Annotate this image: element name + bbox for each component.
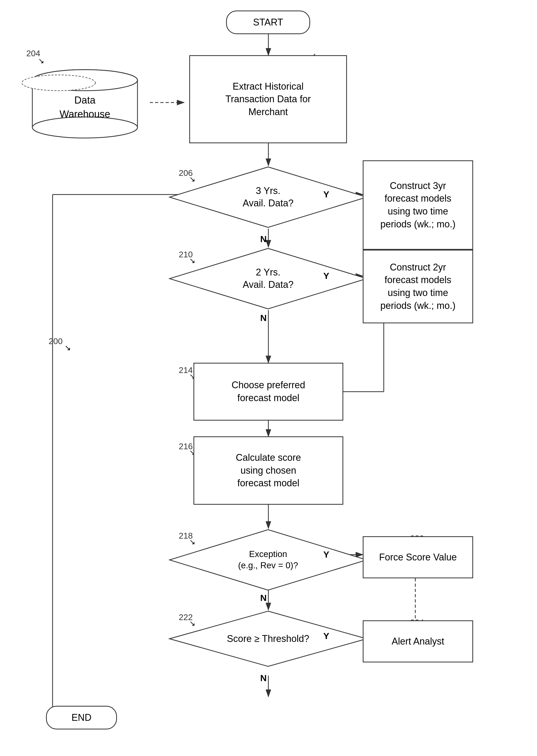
- ref-200: 200: [49, 336, 62, 346]
- step224-label: Alert Analyst: [392, 635, 444, 648]
- step222-diamond: Score ≥ Threshold?: [168, 610, 368, 668]
- end-label: END: [71, 711, 92, 724]
- flowchart-diagram: START 202 ↙ Extract Historical Transacti…: [0, 0, 537, 756]
- step210-label: 2 Yrs. Avail. Data?: [198, 266, 338, 291]
- step222-label: Score ≥ Threshold?: [198, 633, 338, 645]
- start-label: START: [253, 16, 283, 29]
- step224-box: Alert Analyst: [363, 620, 473, 662]
- step208-label: Construct 3yr forecast models using two …: [380, 180, 456, 231]
- step210-diamond: 2 Yrs. Avail. Data?: [168, 247, 368, 310]
- step212-box: Construct 2yr forecast models using two …: [363, 250, 473, 323]
- no-210: N: [260, 313, 267, 323]
- yes-222: Y: [323, 631, 329, 641]
- yes-206: Y: [323, 189, 329, 199]
- step206-label: 3 Yrs. Avail. Data?: [198, 185, 338, 209]
- step218-label: Exception (e.g., Rev = 0)?: [198, 549, 338, 571]
- step220-box: Force Score Value: [363, 536, 473, 578]
- arrow-204: ↘: [38, 57, 44, 65]
- step214-label: Choose preferred forecast model: [231, 379, 305, 404]
- start-node: START: [226, 11, 310, 34]
- step202-box: Extract Historical Transaction Data for …: [189, 55, 347, 143]
- step218-diamond: Exception (e.g., Rev = 0)?: [168, 528, 368, 591]
- arrow-200: ↘: [64, 343, 71, 352]
- no-222: N: [260, 673, 267, 683]
- end-node: END: [46, 706, 117, 730]
- step216-label: Calculate score using chosen forecast mo…: [236, 451, 301, 490]
- step216-box: Calculate score using chosen forecast mo…: [193, 436, 343, 505]
- step212-label: Construct 2yr forecast models using two …: [380, 261, 456, 312]
- no-218: N: [260, 593, 267, 603]
- step220-label: Force Score Value: [379, 551, 457, 564]
- step214-box: Choose preferred forecast model: [193, 363, 343, 421]
- svg-point-30: [22, 75, 96, 91]
- step206-diamond: 3 Yrs. Avail. Data?: [168, 166, 368, 229]
- data-warehouse-shape: Data Warehouse: [18, 70, 152, 138]
- yes-210: Y: [323, 271, 329, 281]
- step208-box: Construct 3yr forecast models using two …: [363, 160, 473, 250]
- yes-218: Y: [323, 549, 329, 560]
- no-206: N: [260, 234, 267, 244]
- step202-label: Extract Historical Transaction Data for …: [226, 80, 311, 118]
- warehouse-label: Data Warehouse: [18, 93, 152, 121]
